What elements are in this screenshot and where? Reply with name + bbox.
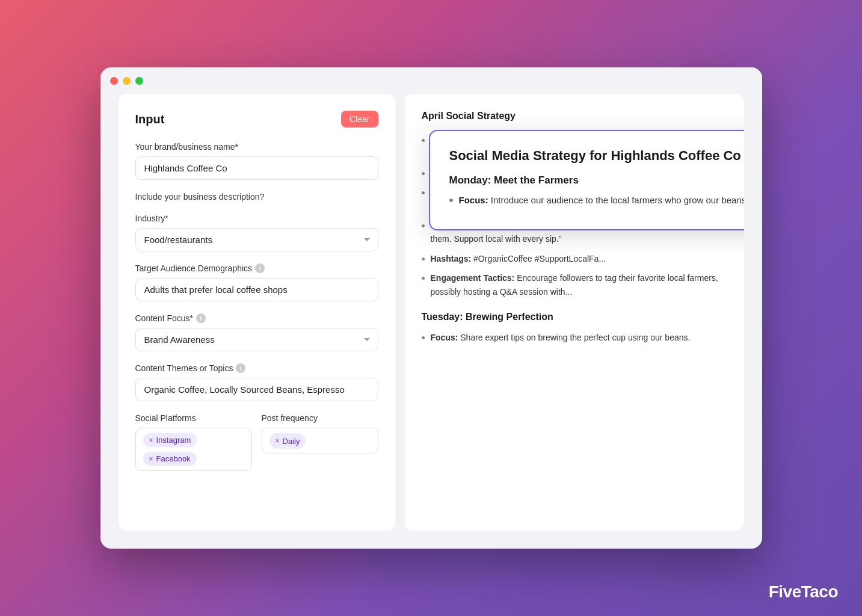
- close-button[interactable]: [110, 77, 118, 85]
- themes-group: Content Themes or Topics i: [135, 363, 378, 401]
- maximize-button[interactable]: [135, 77, 143, 85]
- themes-info-icon: i: [236, 363, 245, 373]
- daily-tag[interactable]: × Daily: [269, 433, 306, 449]
- titlebar: [100, 67, 762, 94]
- frequency-label: Post frequency: [262, 413, 378, 423]
- instagram-tag-remove[interactable]: ×: [149, 436, 153, 445]
- output-panel: April Social Strategy Instagram: Carouse…: [405, 94, 744, 531]
- branding-label: FiveTaco: [769, 582, 838, 602]
- day1-focus-bullet: Focus: Introduce our audience to the loc…: [449, 194, 744, 208]
- brand-name-label: Your brand/business name*: [135, 142, 378, 152]
- platforms-frequency-row: Social Platforms × Instagram × Facebook …: [135, 413, 378, 483]
- instagram-tag[interactable]: × Instagram: [143, 433, 197, 447]
- industry-group: Industry* Food/restaurants Retail Tech: [135, 214, 378, 251]
- strategy-main-title: Social Media Strategy for Highlands Coff…: [449, 148, 744, 164]
- brand-name-input[interactable]: [135, 156, 378, 180]
- facebook-tag[interactable]: × Facebook: [143, 452, 197, 466]
- audience-input[interactable]: [135, 278, 378, 301]
- panel-header: Input Clear: [135, 111, 378, 128]
- day1-title: Monday: Meet the Farmers: [449, 174, 744, 186]
- main-content: Input Clear Your brand/business name* In…: [100, 94, 762, 549]
- content-focus-info-icon: i: [196, 313, 206, 323]
- audience-group: Target Audience Demographics i: [135, 263, 378, 301]
- panel-title: Input: [135, 112, 165, 126]
- traffic-lights: [110, 77, 143, 85]
- facebook-tag-remove[interactable]: ×: [149, 455, 153, 463]
- output-engagement-bullet: Engagement Tactics: Encourage followers …: [422, 271, 727, 298]
- app-window: Input Clear Your brand/business name* In…: [100, 67, 762, 549]
- audience-label: Target Audience Demographics i: [135, 263, 378, 273]
- bullet-icon: [422, 224, 425, 227]
- bullet-icon: [422, 191, 425, 194]
- facebook-tag-label: Facebook: [156, 454, 191, 463]
- bullet-icon: [422, 172, 425, 175]
- output-engagement-text: Engagement Tactics: Encourage followers …: [431, 271, 727, 298]
- description-group: Include your business description?: [135, 192, 378, 202]
- bullet-icon: [422, 336, 425, 339]
- daily-tag-label: Daily: [283, 437, 300, 446]
- bullet-icon: [422, 139, 425, 142]
- description-label: Include your business description?: [135, 192, 378, 202]
- bullet-icon: [422, 277, 425, 280]
- instagram-tag-label: Instagram: [156, 436, 191, 445]
- strategy-popup: Social Media Strategy for Highlands Coff…: [429, 130, 744, 230]
- frequency-group: Post frequency × Daily: [262, 413, 378, 471]
- output-header: April Social Strategy: [422, 111, 727, 122]
- output-day2-focus-text: Focus: Share expert tips on brewing the …: [431, 331, 691, 344]
- platforms-label: Social Platforms: [135, 413, 252, 423]
- output-hashtags-text: Hashtags: #OrganicCoffee #SupportLocalFa…: [431, 252, 606, 265]
- platforms-group: Social Platforms × Instagram × Facebook: [135, 413, 252, 471]
- output-day2-focus-bullet: Focus: Share expert tips on brewing the …: [422, 331, 727, 344]
- brand-name-group: Your brand/business name*: [135, 142, 378, 180]
- themes-label: Content Themes or Topics i: [135, 363, 378, 373]
- bullet-icon: [422, 257, 425, 260]
- content-focus-label: Content Focus* i: [135, 313, 378, 323]
- output-hashtags-bullet: Hashtags: #OrganicCoffee #SupportLocalFa…: [422, 252, 727, 265]
- industry-select[interactable]: Food/restaurants Retail Tech: [135, 228, 378, 251]
- minimize-button[interactable]: [123, 77, 131, 85]
- frequency-tags: × Daily: [262, 428, 378, 454]
- platforms-tags: × Instagram × Facebook: [135, 428, 252, 471]
- industry-label: Industry*: [135, 214, 378, 223]
- themes-input[interactable]: [135, 378, 378, 401]
- day1-subtitle: Meet the Farmers: [494, 174, 579, 186]
- bullet-icon: [449, 199, 453, 202]
- day1-focus-text: Focus: Introduce our audience to the loc…: [459, 194, 744, 208]
- content-focus-group: Content Focus* i Brand Awareness Lead Ge…: [135, 313, 378, 351]
- day2-heading: Tuesday: Brewing Perfection: [422, 309, 727, 325]
- input-panel: Input Clear Your brand/business name* In…: [119, 94, 395, 531]
- daily-tag-remove[interactable]: ×: [276, 437, 280, 445]
- audience-info-icon: i: [255, 263, 265, 273]
- content-focus-select[interactable]: Brand Awareness Lead Generation Communit…: [135, 328, 378, 351]
- clear-button[interactable]: Clear: [341, 111, 378, 128]
- day1-heading: Monday:: [449, 174, 494, 186]
